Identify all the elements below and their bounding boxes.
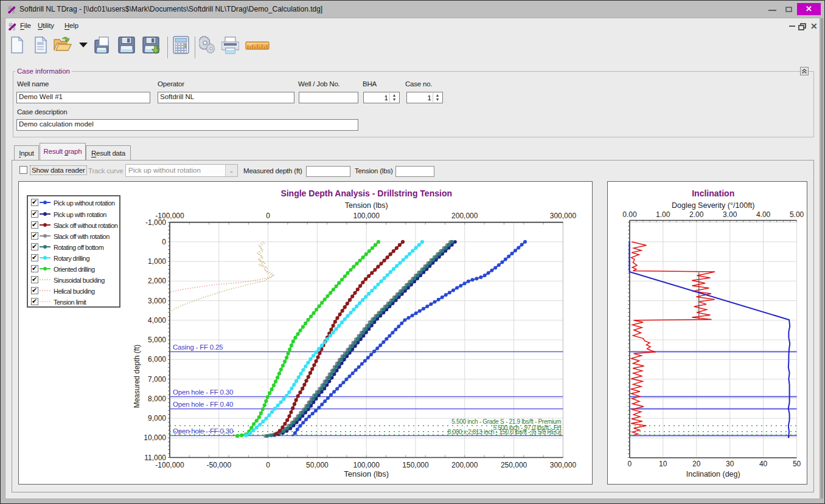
svg-text:1,000: 1,000: [148, 257, 166, 266]
svg-text:-100,000: -100,000: [155, 461, 184, 469]
svg-text:0.00: 0.00: [622, 210, 637, 219]
svg-text:9,000: 9,000: [148, 414, 166, 423]
svg-text:150,000: 150,000: [402, 461, 429, 469]
svg-text:1.00: 1.00: [656, 210, 670, 219]
svg-text:100,000: 100,000: [353, 212, 380, 220]
svg-text:5.00: 5.00: [790, 210, 804, 219]
svg-text:Open hole - FF 0.40: Open hole - FF 0.40: [173, 401, 233, 408]
svg-text:100,000: 100,000: [353, 461, 380, 469]
svg-text:0: 0: [162, 238, 166, 246]
svg-text:4,000: 4,000: [148, 316, 166, 325]
svg-text:Open hole - FF 0.30: Open hole - FF 0.30: [173, 427, 233, 435]
svg-text:Inclination: Inclination: [692, 188, 734, 198]
svg-text:0: 0: [266, 461, 270, 469]
svg-text:7,000: 7,000: [148, 375, 166, 384]
svg-text:Measured depth (ft): Measured depth (ft): [133, 345, 141, 409]
svg-text:200,000: 200,000: [451, 212, 478, 220]
svg-text:Open hole - FF 0.30: Open hole - FF 0.30: [173, 388, 233, 396]
svg-text:6,000: 6,000: [148, 355, 166, 364]
svg-text:3,000: 3,000: [148, 297, 166, 305]
svg-text:2,000: 2,000: [148, 277, 166, 285]
svg-text:10: 10: [659, 460, 667, 468]
svg-text:Casing - FF 0.25: Casing - FF 0.25: [173, 343, 223, 351]
svg-text:0: 0: [266, 212, 270, 220]
svg-text:10,000: 10,000: [144, 433, 166, 442]
svg-text:50,000: 50,000: [306, 461, 329, 469]
svg-text:5,000: 5,000: [148, 336, 166, 344]
svg-text:Dogleg Severity (°/100ft): Dogleg Severity (°/100ft): [672, 201, 754, 210]
svg-text:4.00: 4.00: [756, 210, 771, 219]
svg-text:300,000: 300,000: [550, 461, 577, 469]
svg-text:Tension (lbs): Tension (lbs): [344, 469, 389, 478]
svg-text:8.000 x 2.813 inch - 150.0 lbs: 8.000 x 2.813 inch - 150.0 lbs/ft - [6 5…: [448, 429, 562, 435]
svg-text:0: 0: [628, 460, 632, 468]
svg-text:300,000: 300,000: [550, 212, 577, 220]
svg-text:250,000: 250,000: [501, 461, 527, 469]
svg-text:Tension (lbs): Tension (lbs): [345, 201, 388, 210]
svg-text:Single Depth Analysis - Drills: Single Depth Analysis - Drillstring Tens…: [280, 188, 452, 198]
svg-text:3.00: 3.00: [723, 210, 737, 219]
svg-text:20: 20: [692, 460, 701, 468]
svg-text:2.00: 2.00: [689, 210, 704, 219]
svg-text:50: 50: [793, 460, 801, 468]
svg-text:11,000: 11,000: [144, 454, 166, 462]
svg-text:8,000: 8,000: [148, 395, 166, 403]
svg-text:200,000: 200,000: [451, 461, 478, 469]
svg-text:Inclination (deg): Inclination (deg): [686, 470, 740, 478]
svg-text:40: 40: [759, 460, 768, 468]
svg-text:-1,000: -1,000: [145, 218, 166, 227]
svg-text:-50,000: -50,000: [206, 461, 231, 469]
svg-text:30: 30: [726, 460, 734, 468]
